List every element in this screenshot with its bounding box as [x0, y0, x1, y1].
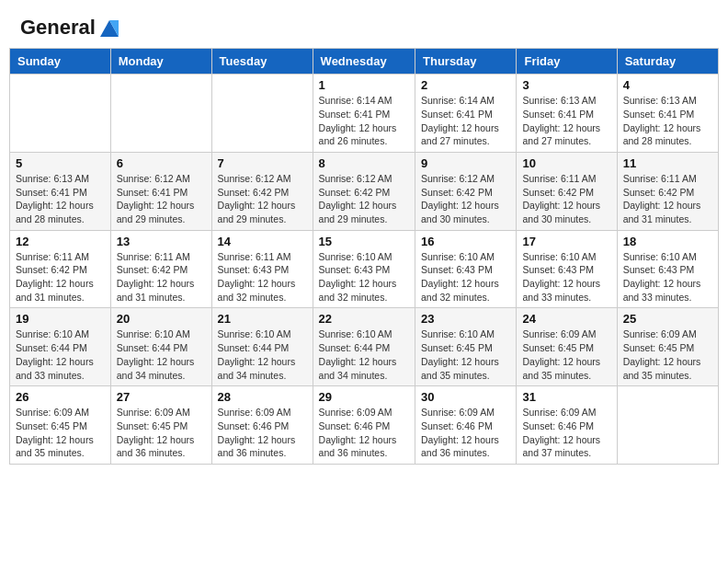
calendar-header-row: SundayMondayTuesdayWednesdayThursdayFrid…: [10, 49, 719, 75]
calendar-cell: 22Sunrise: 6:10 AM Sunset: 6:44 PM Dayli…: [313, 308, 415, 386]
day-number: 11: [623, 156, 712, 170]
day-info: Sunrise: 6:10 AM Sunset: 6:44 PM Dayligh…: [218, 327, 307, 382]
calendar-body: 1Sunrise: 6:14 AM Sunset: 6:41 PM Daylig…: [10, 75, 719, 465]
calendar-cell: 31Sunrise: 6:09 AM Sunset: 6:46 PM Dayli…: [517, 386, 617, 465]
calendar-week-1: 1Sunrise: 6:14 AM Sunset: 6:41 PM Daylig…: [10, 75, 719, 153]
calendar-cell: 13Sunrise: 6:11 AM Sunset: 6:42 PM Dayli…: [110, 230, 211, 308]
day-number: 9: [421, 156, 510, 170]
calendar-cell: 21Sunrise: 6:10 AM Sunset: 6:44 PM Dayli…: [211, 308, 313, 386]
calendar-week-5: 26Sunrise: 6:09 AM Sunset: 6:45 PM Dayli…: [10, 386, 719, 465]
day-info: Sunrise: 6:12 AM Sunset: 6:42 PM Dayligh…: [421, 172, 510, 226]
calendar-cell: 6Sunrise: 6:12 AM Sunset: 6:41 PM Daylig…: [110, 152, 211, 230]
day-info: Sunrise: 6:09 AM Sunset: 6:46 PM Dayligh…: [522, 406, 610, 460]
calendar-cell: 7Sunrise: 6:12 AM Sunset: 6:42 PM Daylig…: [211, 152, 313, 230]
calendar-cell: 19Sunrise: 6:10 AM Sunset: 6:44 PM Dayli…: [10, 308, 111, 386]
calendar-cell: 27Sunrise: 6:09 AM Sunset: 6:45 PM Dayli…: [110, 386, 211, 465]
day-number: 14: [218, 235, 307, 248]
day-info: Sunrise: 6:10 AM Sunset: 6:43 PM Dayligh…: [623, 250, 712, 304]
day-info: Sunrise: 6:09 AM Sunset: 6:46 PM Dayligh…: [218, 406, 307, 460]
calendar-week-4: 19Sunrise: 6:10 AM Sunset: 6:44 PM Dayli…: [10, 308, 719, 386]
calendar-cell: 18Sunrise: 6:10 AM Sunset: 6:43 PM Dayli…: [617, 230, 718, 308]
day-info: Sunrise: 6:13 AM Sunset: 6:41 PM Dayligh…: [16, 172, 105, 226]
day-number: 12: [16, 235, 105, 248]
page-header: General: [9, 9, 719, 44]
day-number: 6: [117, 156, 206, 170]
calendar-cell: 17Sunrise: 6:10 AM Sunset: 6:43 PM Dayli…: [517, 230, 617, 308]
day-info: Sunrise: 6:09 AM Sunset: 6:45 PM Dayligh…: [522, 327, 610, 382]
day-number: 2: [421, 78, 510, 92]
day-number: 27: [117, 390, 206, 404]
day-number: 3: [522, 78, 610, 92]
weekday-header-tuesday: Tuesday: [211, 49, 313, 75]
day-info: Sunrise: 6:12 AM Sunset: 6:42 PM Dayligh…: [319, 172, 409, 226]
calendar-cell: 23Sunrise: 6:10 AM Sunset: 6:45 PM Dayli…: [415, 308, 517, 386]
day-info: Sunrise: 6:09 AM Sunset: 6:45 PM Dayligh…: [623, 327, 712, 382]
calendar-cell: 24Sunrise: 6:09 AM Sunset: 6:45 PM Dayli…: [517, 308, 617, 386]
calendar-cell: 26Sunrise: 6:09 AM Sunset: 6:45 PM Dayli…: [10, 386, 111, 465]
day-number: 26: [16, 390, 105, 404]
day-info: Sunrise: 6:11 AM Sunset: 6:43 PM Dayligh…: [218, 250, 307, 304]
day-info: Sunrise: 6:10 AM Sunset: 6:44 PM Dayligh…: [319, 327, 409, 382]
day-number: 5: [16, 156, 105, 170]
calendar-cell: 9Sunrise: 6:12 AM Sunset: 6:42 PM Daylig…: [415, 152, 517, 230]
day-number: 7: [218, 156, 307, 170]
weekday-header-friday: Friday: [517, 49, 617, 75]
day-info: Sunrise: 6:12 AM Sunset: 6:41 PM Dayligh…: [117, 172, 206, 226]
day-info: Sunrise: 6:09 AM Sunset: 6:45 PM Dayligh…: [16, 406, 105, 460]
day-info: Sunrise: 6:11 AM Sunset: 6:42 PM Dayligh…: [117, 250, 206, 304]
weekday-header-saturday: Saturday: [617, 49, 718, 75]
day-info: Sunrise: 6:09 AM Sunset: 6:46 PM Dayligh…: [421, 406, 510, 460]
weekday-header-monday: Monday: [110, 49, 211, 75]
calendar-cell: [211, 75, 313, 153]
day-number: 29: [319, 390, 409, 404]
day-number: 21: [218, 312, 307, 326]
day-info: Sunrise: 6:10 AM Sunset: 6:43 PM Dayligh…: [421, 250, 510, 304]
logo-icon: [97, 17, 121, 40]
day-number: 22: [319, 312, 409, 326]
logo: General: [20, 17, 121, 40]
calendar-cell: 25Sunrise: 6:09 AM Sunset: 6:45 PM Dayli…: [617, 308, 718, 386]
weekday-header-wednesday: Wednesday: [313, 49, 415, 75]
day-info: Sunrise: 6:10 AM Sunset: 6:44 PM Dayligh…: [16, 327, 105, 382]
day-number: 30: [421, 390, 510, 404]
day-number: 25: [623, 312, 712, 326]
calendar-cell: 12Sunrise: 6:11 AM Sunset: 6:42 PM Dayli…: [10, 230, 111, 308]
day-info: Sunrise: 6:11 AM Sunset: 6:42 PM Dayligh…: [522, 172, 610, 226]
calendar-cell: 29Sunrise: 6:09 AM Sunset: 6:46 PM Dayli…: [313, 386, 415, 465]
day-number: 19: [16, 312, 105, 326]
calendar-week-3: 12Sunrise: 6:11 AM Sunset: 6:42 PM Dayli…: [10, 230, 719, 308]
day-number: 13: [117, 235, 206, 248]
day-number: 16: [421, 235, 510, 248]
day-number: 31: [522, 390, 610, 404]
day-number: 4: [623, 78, 712, 92]
calendar-cell: 3Sunrise: 6:13 AM Sunset: 6:41 PM Daylig…: [517, 75, 617, 153]
day-info: Sunrise: 6:13 AM Sunset: 6:41 PM Dayligh…: [623, 94, 712, 148]
day-number: 15: [319, 235, 409, 248]
calendar-cell: 8Sunrise: 6:12 AM Sunset: 6:42 PM Daylig…: [313, 152, 415, 230]
day-number: 20: [117, 312, 206, 326]
calendar-cell: 11Sunrise: 6:11 AM Sunset: 6:42 PM Dayli…: [617, 152, 718, 230]
logo-text: General: [20, 17, 121, 40]
day-number: 18: [623, 235, 712, 248]
calendar-cell: 14Sunrise: 6:11 AM Sunset: 6:43 PM Dayli…: [211, 230, 313, 308]
calendar-cell: 1Sunrise: 6:14 AM Sunset: 6:41 PM Daylig…: [313, 75, 415, 153]
calendar-cell: 15Sunrise: 6:10 AM Sunset: 6:43 PM Dayli…: [313, 230, 415, 308]
day-info: Sunrise: 6:10 AM Sunset: 6:43 PM Dayligh…: [319, 250, 409, 304]
day-number: 8: [319, 156, 409, 170]
day-info: Sunrise: 6:10 AM Sunset: 6:43 PM Dayligh…: [522, 250, 610, 304]
day-number: 28: [218, 390, 307, 404]
weekday-header-thursday: Thursday: [415, 49, 517, 75]
day-number: 1: [319, 78, 409, 92]
calendar-cell: [10, 75, 111, 153]
calendar-cell: 30Sunrise: 6:09 AM Sunset: 6:46 PM Dayli…: [415, 386, 517, 465]
calendar-cell: 2Sunrise: 6:14 AM Sunset: 6:41 PM Daylig…: [415, 75, 517, 153]
day-info: Sunrise: 6:14 AM Sunset: 6:41 PM Dayligh…: [319, 94, 409, 148]
day-info: Sunrise: 6:13 AM Sunset: 6:41 PM Dayligh…: [522, 94, 610, 148]
day-info: Sunrise: 6:11 AM Sunset: 6:42 PM Dayligh…: [623, 172, 712, 226]
weekday-header-sunday: Sunday: [10, 49, 111, 75]
calendar-cell: [110, 75, 211, 153]
day-info: Sunrise: 6:09 AM Sunset: 6:46 PM Dayligh…: [319, 406, 409, 460]
calendar-cell: [617, 386, 718, 465]
day-info: Sunrise: 6:11 AM Sunset: 6:42 PM Dayligh…: [16, 250, 105, 304]
calendar-week-2: 5Sunrise: 6:13 AM Sunset: 6:41 PM Daylig…: [10, 152, 719, 230]
